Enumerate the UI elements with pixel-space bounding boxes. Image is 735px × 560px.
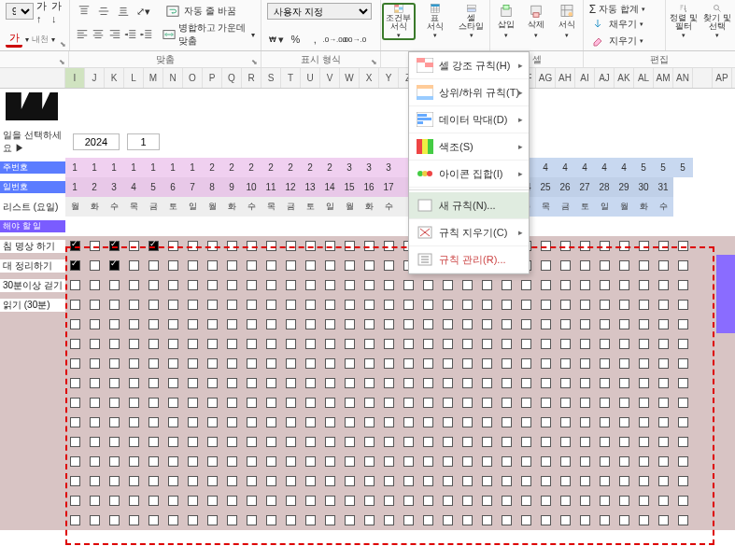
dialog-launcher-icon[interactable]: ⬊: [59, 58, 65, 66]
checkbox-cell[interactable]: [144, 393, 163, 413]
checkbox-cell[interactable]: [654, 236, 673, 256]
checkbox-cell[interactable]: [634, 354, 654, 373]
col-header[interactable]: J: [85, 68, 105, 88]
checkbox-cell[interactable]: [261, 373, 281, 393]
checkbox-cell[interactable]: [163, 236, 183, 256]
checkbox-cell[interactable]: [634, 471, 654, 491]
checkbox-cell[interactable]: [497, 413, 516, 432]
checkbox-cell[interactable]: [301, 432, 320, 452]
checkbox-cell[interactable]: [261, 491, 281, 511]
col-header[interactable]: W: [340, 68, 360, 88]
checkbox-cell[interactable]: [477, 491, 497, 511]
checkbox-cell[interactable]: [105, 315, 124, 334]
checkbox-cell[interactable]: [85, 236, 105, 256]
orientation-icon[interactable]: ⤢▾: [134, 3, 151, 20]
delete-button[interactable]: 삭제▾: [522, 4, 550, 39]
checkbox-cell[interactable]: [281, 491, 301, 511]
checkbox-cell[interactable]: [673, 334, 693, 354]
checkbox-cell[interactable]: [556, 491, 575, 511]
checkbox-cell[interactable]: [144, 334, 163, 354]
dialog-launcher-icon[interactable]: ⬊: [60, 40, 66, 49]
checkbox-cell[interactable]: [575, 275, 595, 295]
checkbox-cell[interactable]: [634, 393, 654, 413]
checkbox-cell[interactable]: [183, 334, 203, 354]
col-header[interactable]: AM: [654, 68, 673, 88]
checkbox-cell[interactable]: [85, 295, 105, 315]
checkbox-cell[interactable]: [320, 315, 340, 334]
checkbox-cell[interactable]: [124, 432, 144, 452]
checkbox-cell[interactable]: [497, 511, 516, 530]
checkbox-cell[interactable]: [85, 432, 105, 452]
checkbox-cell[interactable]: [124, 471, 144, 491]
checkbox-cell[interactable]: [477, 354, 497, 373]
checkbox-cell[interactable]: [575, 315, 595, 334]
checkbox-cell[interactable]: [673, 413, 693, 432]
checkbox-cell[interactable]: [320, 295, 340, 315]
checkbox-cell[interactable]: [673, 393, 693, 413]
checkbox-cell[interactable]: [301, 393, 320, 413]
checkbox-cell[interactable]: [163, 491, 183, 511]
checkbox-cell[interactable]: [458, 511, 477, 530]
checkbox-cell[interactable]: [242, 334, 261, 354]
checkbox-cell[interactable]: [85, 315, 105, 334]
checkbox-cell[interactable]: [379, 432, 399, 452]
checkbox-cell[interactable]: [222, 315, 242, 334]
sort-filter-button[interactable]: 정렬 및 필터▾: [668, 4, 700, 39]
checkbox-cell[interactable]: [615, 432, 634, 452]
checkbox-cell[interactable]: [183, 275, 203, 295]
checkbox-cell[interactable]: [144, 295, 163, 315]
col-header[interactable]: P: [203, 68, 222, 88]
checkbox-cell[interactable]: [242, 236, 261, 256]
checkbox-cell[interactable]: [438, 354, 458, 373]
checkbox-cell[interactable]: [301, 511, 320, 530]
checkbox-cell[interactable]: [595, 393, 615, 413]
checkbox-cell[interactable]: [203, 373, 222, 393]
checkbox-cell[interactable]: [418, 315, 438, 334]
checkbox-cell[interactable]: [438, 373, 458, 393]
col-header[interactable]: R: [242, 68, 261, 88]
checkbox-cell[interactable]: [281, 275, 301, 295]
checkbox-cell[interactable]: [242, 413, 261, 432]
checkbox-cell[interactable]: [654, 491, 673, 511]
checkbox-cell[interactable]: [360, 452, 379, 471]
clear-button[interactable]: 지우기▾: [589, 33, 659, 49]
col-header[interactable]: AJ: [595, 68, 615, 88]
checkbox-cell[interactable]: [222, 491, 242, 511]
checkbox-cell[interactable]: [320, 373, 340, 393]
checkbox-cell[interactable]: [340, 256, 360, 275]
insert-button[interactable]: 삽입▾: [492, 4, 520, 39]
checkbox-cell[interactable]: [124, 334, 144, 354]
checkbox-cell[interactable]: [438, 413, 458, 432]
checkbox-cell[interactable]: [340, 471, 360, 491]
checkbox-cell[interactable]: [144, 373, 163, 393]
checkbox-cell[interactable]: [379, 491, 399, 511]
col-header[interactable]: AP: [713, 68, 732, 88]
checkbox-cell[interactable]: [124, 354, 144, 373]
checkbox-cell[interactable]: [497, 373, 516, 393]
checkbox-cell[interactable]: [320, 334, 340, 354]
checkbox-cell[interactable]: [85, 256, 105, 275]
checkbox-cell[interactable]: [261, 452, 281, 471]
checkbox-cell[interactable]: [261, 471, 281, 491]
checkbox-cell[interactable]: [556, 295, 575, 315]
checkbox-cell[interactable]: [242, 471, 261, 491]
checkbox-cell[interactable]: [418, 432, 438, 452]
checkbox-cell[interactable]: [654, 256, 673, 275]
find-select-button[interactable]: 찾기 및 선택▾: [701, 4, 733, 39]
checkbox-cell[interactable]: [438, 295, 458, 315]
checkbox-cell[interactable]: [124, 275, 144, 295]
checkbox-cell[interactable]: [340, 432, 360, 452]
checkbox-cell[interactable]: [65, 471, 85, 491]
checkbox-cell[interactable]: [556, 275, 575, 295]
checkbox-cell[interactable]: [595, 256, 615, 275]
checkbox-cell[interactable]: [340, 275, 360, 295]
checkbox-cell[interactable]: [516, 275, 536, 295]
checkbox-cell[interactable]: [261, 393, 281, 413]
checkbox-cell[interactable]: [222, 373, 242, 393]
checkbox-cell[interactable]: [65, 334, 85, 354]
checkbox-cell[interactable]: [438, 491, 458, 511]
checkbox-cell[interactable]: [379, 413, 399, 432]
checkbox-cell[interactable]: [595, 373, 615, 393]
checkbox-cell[interactable]: [438, 393, 458, 413]
checkbox-cell[interactable]: [673, 275, 693, 295]
